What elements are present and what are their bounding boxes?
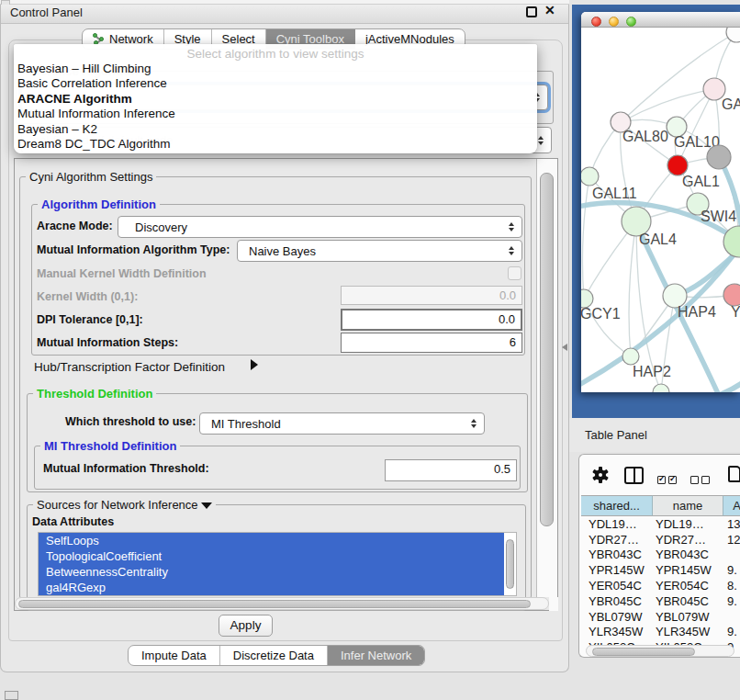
table-row[interactable]: YBR045CYBR045C9. [581,593,740,609]
app-top-notch [1,0,10,5]
split-columns-icon[interactable] [624,467,644,484]
close-button[interactable]: ✕ [544,3,555,17]
data-attribute-item[interactable]: gal4RGexp [39,580,504,595]
minimize-traffic-light[interactable] [609,17,619,27]
node-label: GAL4 [639,231,677,247]
app-top-strip [0,0,569,5]
bottom-tabs: Impute DataDiscretize DataInfer Network [128,645,425,666]
kernel-width-input[interactable]: 0.0 [341,286,522,305]
mi-steps-label: Mutual Information Steps: [37,336,178,349]
mi-threshold-input[interactable]: 0.5 [385,459,517,481]
table-header: shared...nameA [581,495,740,516]
algorithm-option[interactable]: Basic Correlation Inference [17,76,533,91]
algorithm-option[interactable]: Dream8 DC_TDC Algorithm [17,137,533,152]
table-row[interactable]: YPR145WYPR145W9. [581,562,740,578]
algorithm-option[interactable]: Mutual Information Inference [17,107,533,121]
kernel-width-label: Kernel Width (0,1): [37,290,138,303]
network-canvas[interactable]: GALGAL80GAL10GAL1GAL11SWI4GAL4HAP4YGCY1H… [581,28,740,392]
algorithm-dropdown-list: Bayesian – Hill ClimbingBasic Correlatio… [17,62,533,152]
algorithm-dropdown: Select algorithm to view settings Bayesi… [14,44,537,153]
data-attribute-item[interactable]: BetweennessCentrality [39,564,504,580]
resize-grip[interactable] [5,691,18,700]
table-row[interactable]: YBL079WYBL079W [581,609,740,625]
node-label: Y [731,304,740,320]
network-node-hap2[interactable] [622,348,639,365]
table-horizontal-scrollbar[interactable] [586,645,734,657]
collapse-arrow-icon [201,502,212,509]
table-row[interactable]: YDL19…YDL19…13 [581,516,740,532]
unchecked-boxes-icon[interactable] [690,471,712,488]
algorithm-option[interactable]: Bayesian – Hill Climbing [17,62,533,76]
settings-horizontal-scrollbar[interactable] [15,597,549,610]
control-panel-title: Control Panel [10,6,83,19]
node-label: GAL11 [592,186,637,201]
gear-icon[interactable] [592,467,609,483]
document-icon[interactable] [728,466,740,482]
dpi-tolerance-input[interactable]: 0.0 [341,309,522,331]
network-node[interactable] [707,145,731,169]
network-node-y[interactable] [723,284,740,306]
tab-discretize-data[interactable]: Discretize Data [220,646,328,665]
node-label: GAL [722,96,740,112]
checked-boxes-icon[interactable] [657,471,679,488]
data-attributes-list[interactable]: SelfLoopsTopologicalCoefficientBetweenne… [38,532,517,596]
settings-vertical-scrollbar[interactable] [536,159,557,597]
table-body: YDL19…YDL19…13YDR27…YDR27…12YBR043CYBR04… [581,516,740,655]
node-label: GAL80 [622,129,668,144]
network-node[interactable] [653,384,669,392]
aracne-mode-label: Aracne Mode: [37,220,113,232]
tab-impute-data[interactable]: Impute Data [129,646,220,665]
which-threshold-select[interactable]: MI Threshold [199,412,485,435]
algorithm-option[interactable]: Bayesian – K2 [17,122,533,137]
node-label: HAP4 [678,304,716,320]
network-view-window: GALGAL80GAL10GAL1GAL11SWI4GAL4HAP4YGCY1H… [581,12,740,392]
mi-threshold-label: Mutual Information Threshold: [43,462,209,475]
data-attribute-item[interactable]: SelfLoops [39,533,504,548]
data-attributes-label: Data Attributes [32,515,114,528]
network-node-gal11[interactable] [581,167,599,186]
control-panel-window: Control Panel ✕ NetworkStyleSelectCyni T… [0,0,569,672]
network-node-gal1[interactable] [667,155,688,175]
close-traffic-light[interactable] [591,17,601,27]
mi-type-label: Mutual Information Algorithm Type: [37,243,230,256]
column-header[interactable]: shared... [581,495,653,516]
hub-definition-toggle[interactable]: Hub/Transcription Factor Definition [34,360,225,374]
dpi-tolerance-label: DPI Tolerance [0,1]: [37,313,143,326]
mi-type-select[interactable]: Naive Bayes [237,240,522,262]
network-node[interactable] [726,28,740,42]
expand-arrow-icon[interactable] [251,359,258,370]
scrollbar-corner [549,597,558,611]
algorithm-dropdown-hint: Select algorithm to view settings [14,47,537,61]
apply-button[interactable]: Apply [219,615,273,637]
which-threshold-label: Which threshold to use: [65,415,196,428]
mi-steps-input[interactable]: 6 [341,333,522,353]
node-label: GAL1 [682,174,720,189]
aracne-mode-select[interactable]: Discovery [118,216,522,238]
column-header[interactable]: name [653,495,723,516]
zoom-traffic-light[interactable] [626,17,636,27]
split-divider-arrow[interactable] [562,344,567,351]
table-row[interactable]: YBR043CYBR043C [581,548,740,563]
data-attribute-item[interactable]: TopologicalCoefficient [39,548,504,564]
table-row[interactable]: YLR345WYLR345W9. [581,625,740,640]
column-header[interactable]: A [723,495,740,516]
list-scrollbar[interactable] [504,533,516,595]
table-row[interactable]: YDR27…YDR27…12 [581,532,740,548]
node-label: GCY1 [581,306,621,322]
manual-kernel-label: Manual Kernel Width Definition [37,267,207,280]
table-panel-title: Table Panel [585,428,647,442]
manual-kernel-checkbox[interactable] [508,266,521,280]
network-node-gcy1[interactable] [581,289,593,308]
tab-infer-network[interactable]: Infer Network [328,646,424,665]
network-window-titlebar[interactable] [581,12,740,28]
algorithm-option[interactable]: ARACNE Algorithm [17,92,533,107]
float-window-button[interactable] [526,6,537,17]
table-row[interactable]: YER054CYER054C8. [581,578,740,593]
node-label: HAP2 [633,364,671,379]
node-label: SWI4 [701,209,736,224]
